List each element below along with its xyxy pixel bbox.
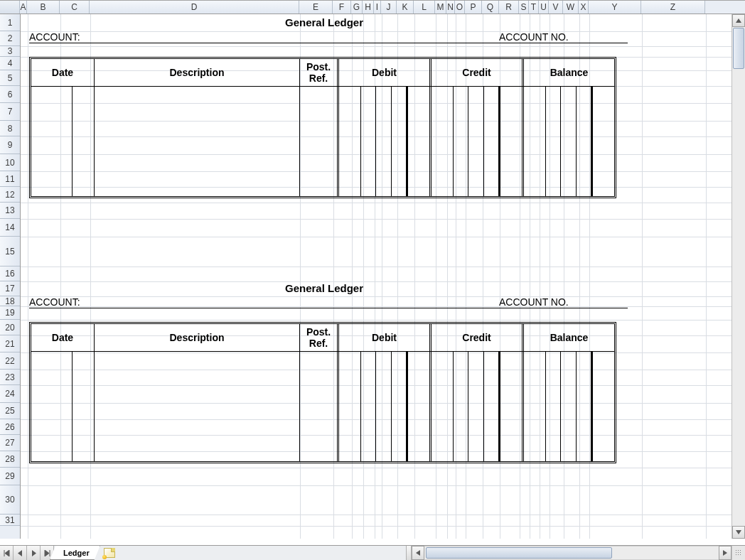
chevron-left-icon [416, 550, 420, 556]
col-header-A[interactable]: A [20, 1, 27, 14]
col-header-D[interactable]: D [90, 1, 299, 14]
row-header-23[interactable]: 23 [0, 370, 20, 385]
col-header-G[interactable]: G [351, 1, 363, 14]
worksheet-grid[interactable]: General Ledger ACCOUNT: ACCOUNT NO. Date… [21, 14, 731, 539]
row-header-12[interactable]: 12 [0, 187, 20, 203]
scroll-left-button[interactable] [412, 546, 424, 560]
col-header-corner[interactable] [0, 1, 20, 14]
col-header-B[interactable]: B [27, 1, 60, 14]
row-header-10[interactable]: 10 [0, 154, 20, 171]
col-header-X[interactable]: X [579, 1, 589, 14]
vertical-scrollbar[interactable] [731, 14, 745, 539]
ledger-title: General Ledger [29, 16, 619, 28]
scroll-up-button[interactable] [732, 14, 745, 27]
row-header-17[interactable]: 17 [0, 281, 20, 296]
col-credit: Credit [429, 324, 522, 352]
tab-first-button[interactable] [0, 546, 14, 560]
row-header-15[interactable]: 15 [0, 237, 20, 266]
col-header-E[interactable]: E [299, 1, 333, 14]
tab-prev-button[interactable] [14, 546, 27, 560]
row-header-24[interactable]: 24 [0, 385, 20, 403]
col-header-O[interactable]: O [455, 1, 465, 14]
row-header-1[interactable]: 1 [0, 14, 20, 31]
row-ruler[interactable]: 1234567891011121314151617181920212223242… [0, 14, 21, 539]
row-header-27[interactable]: 27 [0, 435, 20, 451]
col-header-W[interactable]: W [563, 1, 579, 14]
row-header-16[interactable]: 16 [0, 266, 20, 281]
row-header-14[interactable]: 14 [0, 219, 20, 237]
col-header-L[interactable]: L [414, 1, 435, 14]
vscroll-thumb[interactable] [733, 28, 744, 69]
col-header-R[interactable]: R [499, 1, 519, 14]
col-header-I[interactable]: I [374, 1, 381, 14]
col-header-Q[interactable]: Q [482, 1, 499, 14]
col-date: Date [31, 324, 94, 352]
row-header-21[interactable]: 21 [0, 335, 20, 352]
row-header-18[interactable]: 18 [0, 296, 20, 306]
col-header-M[interactable]: M [435, 1, 446, 14]
hscroll-thumb[interactable] [426, 547, 612, 559]
row-header-6[interactable]: 6 [0, 86, 20, 103]
ledger-account-row-2: ACCOUNT: ACCOUNT NO. [29, 296, 628, 308]
resize-grip[interactable] [731, 546, 745, 560]
spreadsheet-app: ABCDEFGHIJKLMNOPQRSTUVWXYZ 1234567891011… [0, 0, 745, 560]
column-ruler[interactable]: ABCDEFGHIJKLMNOPQRSTUVWXYZ [0, 0, 745, 14]
row-header-19[interactable]: 19 [0, 306, 20, 320]
col-header-U[interactable]: U [539, 1, 549, 14]
row-header-5[interactable]: 5 [0, 70, 20, 86]
row-header-30[interactable]: 30 [0, 485, 20, 515]
new-sheet-button[interactable] [102, 546, 117, 560]
col-description: Description [94, 59, 300, 87]
col-header-C[interactable]: C [60, 1, 90, 14]
col-header-T[interactable]: T [529, 1, 539, 14]
col-header-H[interactable]: H [363, 1, 374, 14]
row-header-9[interactable]: 9 [0, 136, 20, 154]
chevron-right-icon [723, 550, 727, 556]
row-header-31[interactable]: 31 [0, 515, 20, 526]
row-header-2[interactable]: 2 [0, 31, 20, 46]
ledger-block-2: General Ledger [29, 282, 619, 294]
row-header-7[interactable]: 7 [0, 103, 20, 121]
col-header-Z[interactable]: Z [641, 1, 705, 14]
new-sheet-icon [104, 548, 115, 558]
ledger-account-row-1: ACCOUNT: ACCOUNT NO. [29, 31, 628, 43]
tab-splitter[interactable] [406, 546, 412, 560]
row-header-26[interactable]: 26 [0, 419, 20, 435]
scroll-right-button[interactable] [719, 546, 731, 560]
row-header-13[interactable]: 13 [0, 203, 20, 219]
col-postref: Post.Ref. [300, 324, 337, 352]
tab-next-button[interactable] [27, 546, 41, 560]
col-header-N[interactable]: N [446, 1, 455, 14]
row-header-22[interactable]: 22 [0, 352, 20, 370]
row-header-28[interactable]: 28 [0, 451, 20, 468]
grip-icon [735, 549, 742, 556]
ledger-block-1: General Ledger [29, 16, 619, 28]
hscroll-track[interactable] [424, 546, 719, 560]
row-header-29[interactable]: 29 [0, 468, 20, 485]
col-header-P[interactable]: P [465, 1, 482, 14]
ledger-table-1: DateDescriptionPost.Ref.DebitCreditBalan… [29, 57, 616, 198]
account-label: ACCOUNT: [29, 31, 499, 43]
row-header-4[interactable]: 4 [0, 57, 20, 70]
row-header-20[interactable]: 20 [0, 320, 20, 335]
col-header-K[interactable]: K [397, 1, 414, 14]
col-header-F[interactable]: F [333, 1, 351, 14]
account-no-label: ACCOUNT NO. [499, 31, 618, 43]
row-header-11[interactable]: 11 [0, 171, 20, 187]
scroll-down-button[interactable] [732, 526, 745, 539]
chevron-down-icon [736, 530, 741, 534]
tab-nav [0, 546, 54, 560]
sheet-tab-active[interactable]: Ledger [50, 546, 100, 560]
col-debit: Debit [337, 59, 429, 87]
row-header-3[interactable]: 3 [0, 46, 20, 57]
col-credit: Credit [429, 59, 522, 87]
row-header-8[interactable]: 8 [0, 121, 20, 136]
horizontal-scrollbar[interactable] [412, 546, 731, 560]
vscroll-track[interactable] [732, 27, 745, 526]
col-header-Y[interactable]: Y [589, 1, 641, 14]
col-header-S[interactable]: S [519, 1, 529, 14]
col-header-J[interactable]: J [381, 1, 397, 14]
col-balance: Balance [522, 324, 614, 352]
row-header-25[interactable]: 25 [0, 403, 20, 419]
col-header-V[interactable]: V [549, 1, 563, 14]
